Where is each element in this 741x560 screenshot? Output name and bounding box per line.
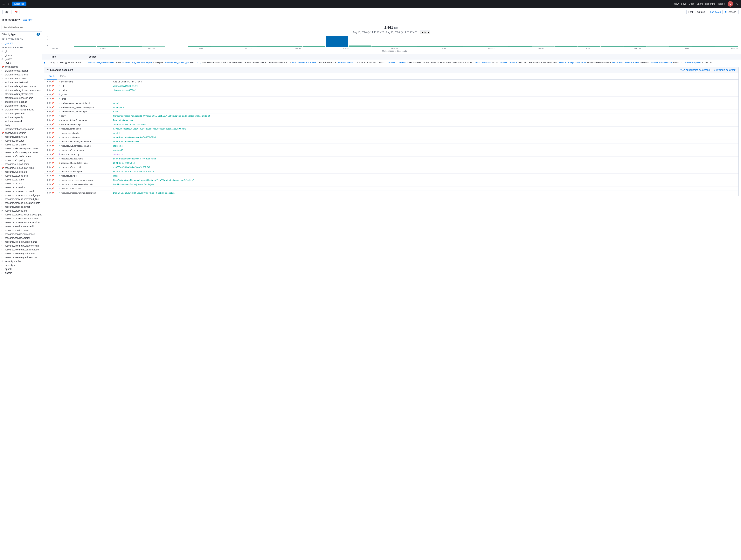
sidebar-field-resource-process-runtime-name[interactable]: tresource.process.runtime.name (0, 216, 42, 221)
sidebar-field-@timestamp[interactable]: 📅@timestamp (0, 65, 42, 69)
open-link[interactable]: Open (689, 3, 694, 5)
search-input[interactable] (2, 25, 40, 30)
chart-bar-0[interactable] (51, 47, 73, 47)
sidebar-field-resource-process-command_args[interactable]: tresource.process.command_args (0, 193, 42, 197)
pin-icon[interactable]: 📌 (51, 119, 54, 121)
pin-icon[interactable]: 📌 (51, 153, 54, 155)
pin-icon[interactable]: 📌 (51, 136, 54, 138)
filter-for-icon[interactable]: ⊕ (47, 192, 48, 194)
sidebar-field-attributes-code-function[interactable]: tattributes.code.function (0, 73, 42, 77)
filter-for-icon[interactable]: ⊕ (47, 84, 48, 87)
filter-for-icon[interactable]: ⊕ (47, 132, 48, 134)
chart-bar-25[interactable] (623, 46, 646, 47)
filter-for-icon[interactable]: ⊕ (47, 162, 48, 164)
chart-bar-1[interactable] (74, 46, 96, 47)
sidebar-field-attributes-data_stream-type[interactable]: tattributes.data_stream.type (0, 92, 42, 96)
filter-out-icon[interactable]: ⊖ (49, 179, 51, 181)
reporting-link[interactable]: Reporting (705, 3, 715, 5)
pin-icon[interactable]: 📌 (51, 110, 54, 113)
source-col-header[interactable]: _source (85, 54, 741, 60)
filter-out-icon[interactable]: ⊖ (49, 187, 51, 190)
filter-out-icon[interactable]: ⊖ (49, 110, 51, 113)
filter-out-icon[interactable]: ⊖ (49, 119, 51, 121)
filter-out-icon[interactable]: ⊖ (49, 157, 51, 160)
auto-selector[interactable]: Auto (420, 30, 430, 34)
filter-for-icon[interactable]: ⊕ (47, 174, 48, 177)
pin-icon[interactable]: 📌 (51, 166, 54, 168)
filter-out-icon[interactable]: ⊖ (49, 140, 51, 143)
filter-out-icon[interactable]: ⊖ (49, 80, 51, 83)
sidebar-field-resource-service-namespace[interactable]: tresource.service.namespace (0, 232, 42, 236)
sidebar-field-attributes-data_stream-namespace[interactable]: tattributes.data_stream.namespace (0, 88, 42, 92)
settings-icon[interactable]: ⚙ (735, 2, 739, 6)
discover-button[interactable]: Discover (12, 2, 26, 6)
index-selector[interactable]: logs-stream* ▾ (2, 18, 20, 21)
filter-for-icon[interactable]: ⊕ (47, 106, 48, 109)
add-filter-button[interactable]: + Add filter (21, 18, 32, 21)
sidebar-field-resource-os-type[interactable]: tresource.os.type (0, 182, 42, 186)
filter-for-icon[interactable]: ⊕ (47, 136, 48, 138)
chart-bar-23[interactable] (578, 46, 600, 47)
sidebar-field-resource-process-command[interactable]: tresource.process.command (0, 189, 42, 193)
sidebar-field-attributes-quantity[interactable]: #attributes.quantity (0, 116, 42, 119)
sidebar-field-attributes-code-filepath[interactable]: tattributes.code.filepath (0, 69, 42, 73)
dql-button[interactable]: DQL (2, 10, 11, 14)
filter-for-icon[interactable]: ⊕ (47, 187, 48, 190)
sidebar-field-resource-k8s-pod-start_time[interactable]: 📅resource.k8s.pod.start_time (0, 166, 42, 170)
sidebar-field-resource-os-name[interactable]: tresource.os.name (0, 178, 42, 182)
chart-bar-7[interactable] (211, 46, 234, 47)
expand-arrow-icon[interactable]: ▶ (44, 61, 46, 64)
pin-icon[interactable]: 📌 (51, 84, 54, 87)
sidebar-field-observedTimestamp[interactable]: 📅observedTimestamp (0, 131, 42, 135)
filter-for-icon[interactable]: ⊕ (47, 119, 48, 121)
sidebar-field-resource-k8s-namespace-name[interactable]: tresource.k8s.namespace.name (0, 150, 42, 154)
sidebar-field-_type[interactable]: t_type (0, 61, 42, 65)
sidebar-field-attributes-otelTraceSampled[interactable]: battributes.otelTraceSampled (0, 108, 42, 112)
filter-out-icon[interactable]: ⊖ (49, 123, 51, 126)
pin-icon[interactable]: 📌 (51, 170, 54, 173)
pin-icon[interactable]: 📌 (51, 93, 54, 96)
sidebar-field-resource-k8s-pod-uid[interactable]: tresource.k8s.pod.uid (0, 170, 42, 174)
chart-bar-29[interactable] (715, 46, 738, 47)
sidebar-field-resource-telemetry-distro-version[interactable]: tresource.telemetry.distro.version (0, 244, 42, 248)
filter-for-icon[interactable]: ⊕ (47, 98, 48, 100)
sidebar-field-resource-k8s-node-name[interactable]: tresource.k8s.node.name (0, 154, 42, 158)
pin-icon[interactable]: 📌 (51, 157, 54, 160)
filter-for-icon[interactable]: ⊕ (47, 80, 48, 83)
filter-out-icon[interactable]: ⊖ (49, 162, 51, 164)
sidebar-field-attributes-code-lineno[interactable]: #attributes.code.lineno (0, 77, 42, 80)
sidebar-field-attributes-userId[interactable]: tattributes.userId (0, 119, 42, 123)
filter-for-icon[interactable]: ⊕ (47, 149, 48, 151)
user-avatar[interactable]: U (728, 1, 733, 7)
circle-icon[interactable]: ○ (7, 2, 10, 6)
chart-bar-6[interactable] (188, 46, 211, 47)
filter-for-icon[interactable]: ⊕ (47, 89, 48, 91)
sidebar-field-resource-k8s-pod-ip[interactable]: tresource.k8s.pod.ip (0, 158, 42, 162)
chart-bar-22[interactable] (555, 46, 578, 47)
sidebar-field-attributes-productId[interactable]: tattributes.productId (0, 112, 42, 116)
filter-out-icon[interactable]: ⊖ (49, 174, 51, 177)
chart-bar-2[interactable] (96, 46, 119, 47)
chart-bar-9[interactable] (257, 46, 280, 47)
tab-table[interactable]: Table (47, 73, 57, 79)
pin-icon[interactable]: 📌 (51, 123, 54, 126)
sidebar-field-resource-service-version[interactable]: tresource.service.version (0, 236, 42, 240)
sidebar-field-resource-host-arch[interactable]: tresource.host.arch (0, 139, 42, 143)
sidebar-field-spanId[interactable]: tspanId (0, 267, 42, 271)
pin-icon[interactable]: 📌 (51, 140, 54, 143)
filter-for-icon[interactable]: ⊕ (47, 157, 48, 160)
pin-icon[interactable]: 📌 (51, 144, 54, 147)
sidebar-field-resource-k8s-pod-name[interactable]: tresource.k8s.pod.name (0, 162, 42, 166)
filter-for-icon[interactable]: ⊕ (47, 93, 48, 96)
sidebar-field-severity-number[interactable]: #severity.number (0, 259, 42, 263)
inspect-link[interactable]: Inspect (718, 3, 725, 5)
share-link[interactable]: Share (697, 3, 703, 5)
filter-out-icon[interactable]: ⊖ (49, 166, 51, 168)
pin-icon[interactable]: 📌 (51, 115, 54, 117)
filter-for-icon[interactable]: ⊕ (47, 166, 48, 168)
filter-out-icon[interactable]: ⊖ (49, 136, 51, 138)
filter-for-icon[interactable]: ⊕ (47, 144, 48, 147)
filter-out-icon[interactable]: ⊖ (49, 196, 51, 196)
sidebar-field-resource-k8s-deployment-name[interactable]: tresource.k8s.deployment.name (0, 146, 42, 150)
sidebar-field-attributes-otelTraceID[interactable]: tattributes.otelTraceID (0, 104, 42, 108)
